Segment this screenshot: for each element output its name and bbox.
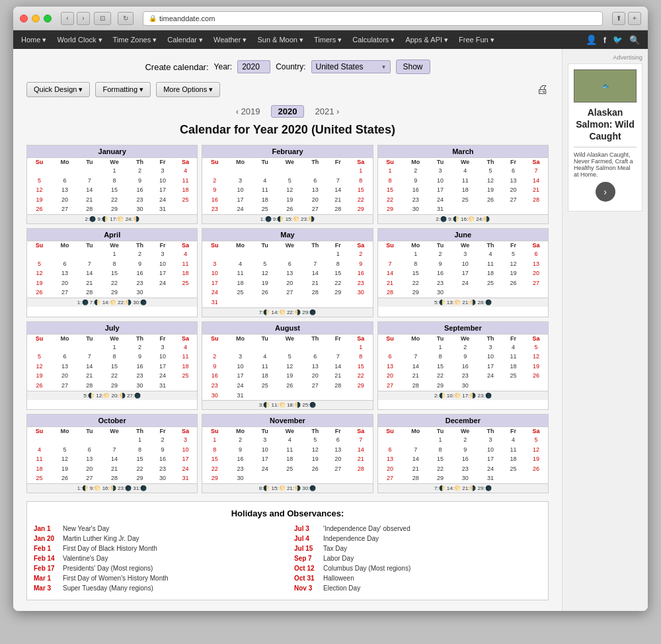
calendar-day[interactable]: 9	[128, 176, 152, 186]
calendar-day[interactable]: 9	[128, 259, 152, 269]
calendar-day[interactable]: 30	[202, 391, 227, 401]
calendar-day[interactable]: 12	[502, 259, 524, 269]
calendar-day[interactable]: 5	[52, 445, 78, 455]
calendar-day[interactable]: 18	[254, 195, 276, 205]
calendar-day[interactable]: 21	[349, 454, 373, 464]
calendar-day[interactable]: 27	[52, 381, 78, 391]
calendar-day[interactable]: 27	[327, 464, 349, 474]
calendar-day[interactable]: 21	[78, 278, 100, 288]
calendar-day[interactable]: 25	[254, 381, 276, 391]
calendar-day[interactable]: 20	[276, 278, 303, 288]
calendar-day[interactable]: 15	[429, 362, 451, 372]
calendar-day[interactable]: 29	[100, 204, 128, 214]
calendar-day[interactable]: 30	[151, 473, 173, 483]
nav-freefun[interactable]: Free Fun ▾	[459, 36, 494, 44]
calendar-day[interactable]: 26	[276, 381, 303, 391]
nav-calendar[interactable]: Calendar ▾	[167, 36, 203, 44]
calendar-day[interactable]: 6	[502, 166, 524, 176]
calendar-day[interactable]: 15	[349, 362, 373, 372]
calendar-day[interactable]: 1	[128, 435, 152, 445]
calendar-day[interactable]: 7	[100, 445, 128, 455]
calendar-day[interactable]: 2	[451, 342, 479, 352]
calendar-day[interactable]: 23	[349, 278, 373, 288]
calendar-day[interactable]: 22	[100, 195, 128, 205]
nav-weather[interactable]: Weather ▾	[214, 36, 247, 44]
calendar-day[interactable]: 23	[227, 464, 253, 474]
nav-calculators[interactable]: Calculators ▾	[352, 36, 395, 44]
calendar-day[interactable]: 5	[254, 259, 276, 269]
calendar-day[interactable]: 22	[202, 464, 227, 474]
calendar-day[interactable]: 9	[403, 176, 429, 186]
calendar-day[interactable]: 24	[451, 278, 479, 288]
calendar-day[interactable]: 8	[403, 259, 429, 269]
calendar-day[interactable]: 18	[502, 454, 524, 464]
calendar-day[interactable]: 16	[128, 185, 152, 195]
calendar-day[interactable]: 26	[524, 371, 548, 381]
calendar-day[interactable]: 10	[151, 176, 173, 186]
calendar-day[interactable]: 27	[52, 204, 78, 214]
calendar-day[interactable]: 16	[128, 362, 152, 372]
calendar-day[interactable]: 24	[151, 278, 173, 288]
calendar-day[interactable]: 19	[52, 464, 78, 474]
calendar-day[interactable]: 22	[378, 195, 403, 205]
calendar-day[interactable]: 3	[429, 166, 451, 176]
calendar-day[interactable]: 24	[227, 381, 253, 391]
calendar-day[interactable]: 8	[378, 176, 403, 186]
calendar-day[interactable]: 20	[78, 464, 100, 474]
calendar-day[interactable]: 6	[524, 249, 548, 259]
refresh-button[interactable]: ↻	[118, 12, 134, 25]
calendar-day[interactable]: 11	[502, 352, 524, 362]
nav-timers[interactable]: Timers ▾	[314, 36, 342, 44]
calendar-day[interactable]: 29	[349, 204, 373, 214]
calendar-day[interactable]: 31	[429, 204, 451, 214]
calendar-day[interactable]: 26	[27, 381, 52, 391]
calendar-day[interactable]: 28	[524, 195, 548, 205]
calendar-day[interactable]: 2	[451, 435, 479, 445]
calendar-day[interactable]: 27	[276, 288, 303, 298]
calendar-day[interactable]: 7	[78, 352, 100, 362]
calendar-day[interactable]: 7	[78, 176, 100, 186]
calendar-day[interactable]: 17	[151, 268, 173, 278]
calendar-day[interactable]: 11	[227, 268, 253, 278]
calendar-day[interactable]: 23	[202, 381, 227, 391]
calendar-day[interactable]: 12	[27, 362, 52, 372]
calendar-day[interactable]: 19	[254, 278, 276, 288]
calendar-day[interactable]: 28	[78, 288, 100, 298]
calendar-day[interactable]: 29	[429, 473, 451, 483]
calendar-day[interactable]: 26	[303, 464, 327, 474]
calendar-day[interactable]: 1	[429, 435, 451, 445]
nav-sunmoon[interactable]: Sun & Moon ▾	[257, 36, 303, 44]
calendar-day[interactable]: 13	[303, 185, 327, 195]
calendar-day[interactable]: 30	[451, 473, 479, 483]
calendar-day[interactable]: 25	[174, 371, 198, 381]
calendar-day[interactable]: 20	[378, 371, 403, 381]
calendar-day[interactable]: 18	[174, 268, 198, 278]
calendar-day[interactable]: 15	[429, 454, 451, 464]
calendar-day[interactable]: 3	[227, 352, 253, 362]
calendar-day[interactable]: 13	[327, 445, 349, 455]
calendar-day[interactable]: 21	[78, 195, 100, 205]
calendar-day[interactable]: 12	[52, 454, 78, 464]
calendar-day[interactable]: 21	[403, 464, 429, 474]
calendar-day[interactable]: 19	[27, 195, 52, 205]
calendar-day[interactable]: 27	[524, 278, 548, 288]
calendar-day[interactable]: 28	[78, 381, 100, 391]
calendar-day[interactable]: 4	[174, 342, 198, 352]
calendar-day[interactable]: 10	[451, 259, 479, 269]
nav-home[interactable]: Home ▾	[21, 36, 46, 44]
calendar-day[interactable]: 2	[349, 249, 373, 259]
calendar-day[interactable]: 25	[227, 288, 253, 298]
calendar-day[interactable]: 19	[502, 268, 524, 278]
calendar-day[interactable]: 22	[128, 464, 152, 474]
calendar-day[interactable]: 30	[403, 204, 429, 214]
calendar-day[interactable]: 7	[524, 166, 548, 176]
calendar-day[interactable]: 12	[254, 268, 276, 278]
calendar-day[interactable]: 18	[451, 185, 479, 195]
forward-button[interactable]: ›	[77, 12, 90, 25]
calendar-day[interactable]: 25	[174, 278, 198, 288]
calendar-day[interactable]: 3	[151, 249, 173, 259]
calendar-day[interactable]: 23	[451, 464, 479, 474]
calendar-day[interactable]: 4	[479, 249, 502, 259]
calendar-day[interactable]: 3	[451, 249, 479, 259]
calendar-day[interactable]: 11	[502, 445, 524, 455]
